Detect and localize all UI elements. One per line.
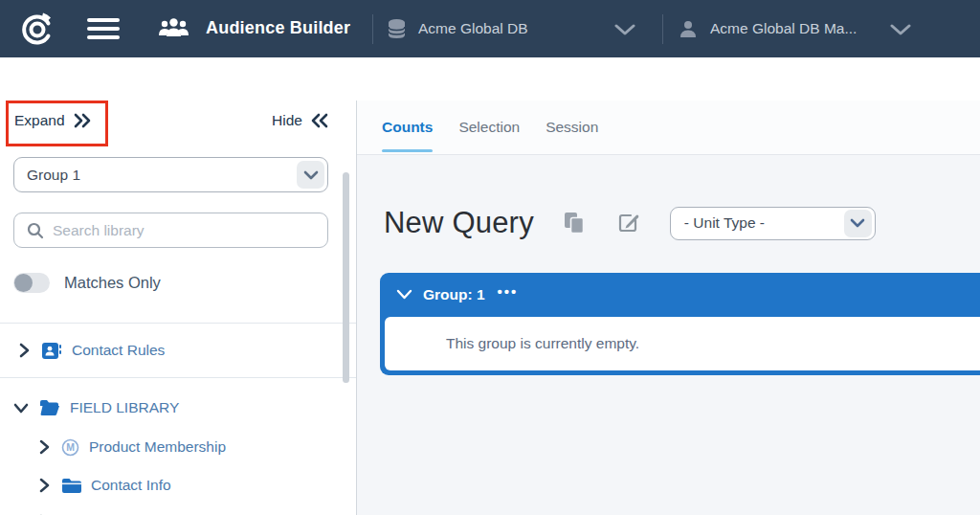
sidebar-item-contact-rules[interactable]: Contact Rules [17, 333, 165, 368]
top-navigation-bar: Audience Builder Acme Global DB Acme Glo… [0, 0, 980, 57]
app-window: Audience Builder Acme Global DB Acme Glo… [0, 0, 980, 515]
tree-item-label: Contact Rules [72, 342, 165, 359]
audience-people-icon [158, 16, 189, 39]
group-menu-ellipsis[interactable]: ••• [498, 287, 519, 302]
query-title: New Query [384, 206, 534, 240]
tree-item-label: Contact Info [91, 477, 171, 494]
tab-session[interactable]: Session [546, 101, 598, 154]
hide-button[interactable]: Hide [272, 112, 329, 129]
tab-selection[interactable]: Selection [458, 101, 520, 154]
sidebar-item-product-membership[interactable]: M Product Membership [38, 433, 226, 461]
library-sidebar: Expand Hide Group 1 [0, 57, 356, 515]
group-select[interactable]: Group 1 [13, 157, 328, 192]
matches-only-toggle[interactable] [13, 273, 50, 293]
matches-only-label: Matches Only [64, 274, 161, 292]
user-chevron-down-icon[interactable] [890, 23, 911, 40]
hamburger-menu-icon[interactable] [87, 18, 120, 40]
group-card: Group: 1 ••• This group is currently emp… [380, 273, 980, 375]
m-circle-icon: M [61, 438, 79, 457]
database-icon [387, 18, 407, 40]
collapse-chevron-down-icon[interactable] [396, 289, 412, 301]
topbar-divider [372, 14, 373, 44]
query-body: New Query - Unit Type - [357, 155, 980, 515]
query-panel: Counts Selection Session New Query [356, 101, 980, 515]
chevron-down-icon [844, 210, 872, 237]
query-title-row: New Query - Unit Type - [384, 203, 876, 243]
expand-button[interactable]: Expand [14, 112, 93, 129]
group-title: Group: 1 [423, 286, 485, 303]
user-name: Acme Global DB Ma... [710, 20, 857, 37]
matches-only-row: Matches Only [13, 270, 161, 295]
sidebar-item-field-library[interactable]: FIELD LIBRARY [12, 392, 179, 423]
chevron-right-icon [38, 478, 52, 493]
group-select-value: Group 1 [27, 167, 297, 184]
copy-query-button[interactable] [564, 212, 586, 235]
contact-card-icon [41, 342, 62, 360]
edit-query-button[interactable] [617, 212, 640, 235]
database-selector[interactable]: Acme Global DB [387, 0, 528, 57]
query-tabbar: Counts Selection Session [357, 101, 980, 155]
folder-icon [61, 478, 81, 494]
group-card-body: This group is currently empty. [380, 317, 980, 375]
sidebar-divider [0, 377, 356, 378]
database-chevron-down-icon[interactable] [614, 23, 635, 40]
double-chevron-right-icon [74, 113, 93, 128]
tree-item-label: Product Membership [89, 438, 226, 456]
chevron-right-icon [17, 342, 32, 359]
user-icon [678, 18, 699, 39]
sidebar-item-products-partial[interactable]: Products [38, 507, 149, 515]
database-name: Acme Global DB [418, 20, 528, 37]
sidebar-item-contact-info[interactable]: Contact Info [38, 471, 171, 500]
chevron-down-icon [12, 401, 30, 415]
module-header: Audience Builder [158, 16, 350, 39]
expand-label: Expand [14, 112, 65, 129]
user-selector[interactable]: Acme Global DB Ma... [678, 0, 857, 57]
app-title: Audience Builder [206, 18, 350, 38]
brand-logo-icon[interactable] [18, 10, 56, 52]
unit-type-value: - Unit Type - [684, 214, 844, 232]
tree-item-label: FIELD LIBRARY [70, 399, 179, 416]
double-chevron-left-icon [310, 113, 329, 128]
edit-pencil-icon [617, 212, 640, 235]
group-card-header[interactable]: Group: 1 ••• [380, 273, 980, 317]
unit-type-select[interactable]: - Unit Type - [670, 207, 876, 240]
folder-open-icon [39, 399, 60, 416]
chevron-down-icon [297, 161, 324, 189]
hide-label: Hide [272, 112, 302, 129]
topbar-divider [662, 14, 663, 44]
sidebar-header-row: Expand Hide [0, 101, 356, 146]
svg-text:M: M [66, 441, 75, 453]
search-icon [27, 222, 44, 239]
chevron-right-icon [38, 439, 52, 455]
tab-counts[interactable]: Counts [382, 101, 433, 154]
library-search [13, 213, 328, 248]
sidebar-divider [0, 323, 356, 324]
search-input[interactable] [53, 222, 327, 239]
group-empty-message: This group is currently empty. [385, 317, 980, 370]
copy-icon [564, 212, 586, 235]
sidebar-scrollbar[interactable] [343, 172, 349, 383]
